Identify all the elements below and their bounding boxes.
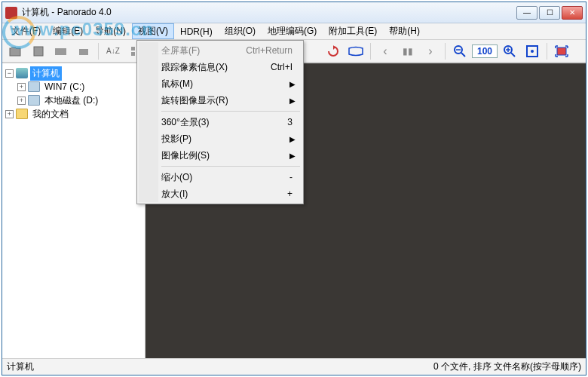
menu-zoom-out[interactable]: 缩小(O) - (139, 169, 302, 185)
toolbar-sep3 (445, 43, 446, 60)
window-buttons: — ☐ ✕ (516, 6, 583, 20)
tool-print-icon[interactable] (73, 42, 94, 60)
tool-fullscreen-icon[interactable] (551, 42, 572, 60)
toolbar-sep (98, 43, 99, 60)
tree-drive-d[interactable]: + 本地磁盘 (D:) (4, 93, 143, 107)
app-window: www.pc0359.cn 计算机 - Panorado 4.0 — ☐ ✕ 文… (2, 2, 586, 375)
menu-zoom-in[interactable]: 放大(I) + (139, 185, 302, 202)
statusbar: 计算机 0 个文件, 排序 文件名称(按字母顺序) (2, 358, 586, 375)
zoom-level[interactable]: 100 (472, 44, 498, 58)
submenu-arrow-icon: ▶ (289, 152, 296, 160)
svg-rect-0 (10, 48, 20, 56)
menu-item-label: 全屏幕(F) (161, 44, 200, 57)
window-title: 计算机 - Panorado 4.0 (22, 6, 516, 19)
tool-pause-icon[interactable]: ▮▮ (397, 42, 418, 60)
menu-item-label: 投影(P) (161, 133, 191, 146)
menu-item-label: 360°全景(3) (161, 116, 210, 129)
menu-geo[interactable]: 地理编码(G) (262, 23, 323, 39)
tool-zoom-out-icon[interactable] (449, 42, 470, 60)
menu-item-shortcut: Ctrl+I (271, 62, 292, 72)
menu-file[interactable]: 文件(F) (5, 23, 47, 39)
folder-icon (16, 109, 28, 119)
menu-item-shortcut: Ctrl+Return (246, 45, 292, 56)
titlebar: 计算机 - Panorado 4.0 — ☐ ✕ (2, 2, 586, 23)
menu-help[interactable]: 帮助(H) (383, 23, 426, 39)
menu-tools[interactable]: 附加工具(E) (323, 23, 383, 39)
status-left: 计算机 (7, 360, 34, 373)
menu-track-pixel[interactable]: 跟踪像素信息(X) Ctrl+I (139, 59, 302, 75)
svg-rect-1 (11, 47, 16, 49)
menu-item-label: 鼠标(M) (161, 78, 193, 90)
menu-item-label: 放大(I) (161, 188, 188, 201)
tool-prev-icon[interactable]: ‹ (375, 42, 396, 60)
tool-next-icon[interactable]: › (420, 42, 441, 60)
tree-root-computer[interactable]: − 计算机 (4, 66, 143, 80)
submenu-arrow-icon: ▶ (289, 135, 296, 143)
close-button[interactable]: ✕ (562, 6, 583, 20)
tree-drive-c[interactable]: + WIN7 (C:) (4, 80, 143, 93)
menu-item-label: 跟踪像素信息(X) (161, 61, 228, 74)
tool-folder-icon[interactable] (51, 42, 72, 60)
menu-separator (161, 111, 300, 112)
tool-save-icon[interactable] (28, 42, 49, 60)
computer-icon (16, 68, 28, 78)
expand-icon[interactable]: + (17, 83, 26, 91)
toolbar-sep4 (547, 43, 547, 60)
menu-item-label: 旋转图像显示(R) (161, 94, 228, 107)
drive-icon (28, 81, 40, 92)
maximize-button[interactable]: ☐ (539, 6, 560, 20)
tree-mydocs[interactable]: + 我的文档 (4, 107, 143, 121)
menu-item-shortcut: 3 (287, 117, 292, 127)
view-menu-dropdown: 全屏幕(F) Ctrl+Return 跟踪像素信息(X) Ctrl+I 鼠标(M… (136, 40, 304, 204)
minimize-button[interactable]: — (516, 6, 537, 20)
expand-icon[interactable]: + (5, 110, 14, 118)
svg-rect-3 (55, 48, 66, 55)
svg-rect-4 (79, 49, 88, 55)
tree-label-computer: 计算机 (30, 66, 62, 81)
menu-org[interactable]: 组织(O) (219, 23, 262, 39)
menu-item-shortcut: - (289, 172, 292, 182)
svg-line-10 (461, 53, 465, 57)
tree-label-mydocs: 我的文档 (30, 107, 71, 121)
svg-rect-2 (34, 47, 43, 56)
tree-label-drive-c: WIN7 (C:) (42, 81, 87, 93)
svg-line-13 (511, 53, 515, 57)
tool-sort-az-icon[interactable]: A↓Z (103, 42, 124, 60)
submenu-arrow-icon: ▶ (289, 80, 296, 88)
menu-edit[interactable]: 编辑(E) (47, 23, 89, 39)
menu-item-label: 缩小(O) (161, 171, 192, 184)
menu-rotate-display[interactable]: 旋转图像显示(R) ▶ (139, 92, 302, 109)
menu-view[interactable]: 视图(V) (132, 23, 174, 39)
tool-zoom-in-icon[interactable] (499, 42, 520, 60)
menubar: 文件(F) 编辑(E) 导航(N) 视图(V) HDR(H) 组织(O) 地理编… (2, 23, 586, 40)
menu-360-panorama[interactable]: 360°全景(3) 3 (139, 114, 302, 130)
menu-hdr[interactable]: HDR(H) (174, 23, 219, 39)
app-icon (5, 7, 17, 19)
menu-item-label: 图像比例(S) (161, 149, 210, 162)
submenu-arrow-icon: ▶ (289, 97, 296, 105)
toolbar-sep2 (370, 43, 371, 60)
menu-image-scale[interactable]: 图像比例(S) ▶ (139, 147, 302, 164)
tool-open-icon[interactable] (5, 42, 26, 60)
menu-mouse[interactable]: 鼠标(M) ▶ (139, 75, 302, 92)
folder-tree: − 计算机 + WIN7 (C:) + 本地磁盘 (D:) + 我的文档 (2, 63, 145, 358)
tool-rotate-icon[interactable] (323, 42, 344, 60)
tool-panorama-icon[interactable] (345, 42, 366, 60)
svg-rect-5 (131, 47, 135, 51)
svg-point-17 (531, 50, 534, 53)
menu-separator (161, 166, 300, 167)
drive-icon (28, 95, 40, 106)
menu-nav[interactable]: 导航(N) (89, 23, 132, 39)
menu-item-shortcut: + (287, 188, 292, 199)
expand-icon[interactable]: − (5, 69, 14, 78)
svg-rect-7 (131, 52, 135, 56)
tree-label-drive-d: 本地磁盘 (D:) (42, 93, 100, 108)
menu-projection[interactable]: 投影(P) ▶ (139, 130, 302, 147)
menu-fullscreen[interactable]: 全屏幕(F) Ctrl+Return (139, 42, 302, 59)
status-right: 0 个文件, 排序 文件名称(按字母顺序) (433, 360, 581, 373)
expand-icon[interactable]: + (17, 97, 26, 105)
tool-fit-icon[interactable] (522, 42, 543, 60)
svg-rect-18 (557, 48, 566, 55)
